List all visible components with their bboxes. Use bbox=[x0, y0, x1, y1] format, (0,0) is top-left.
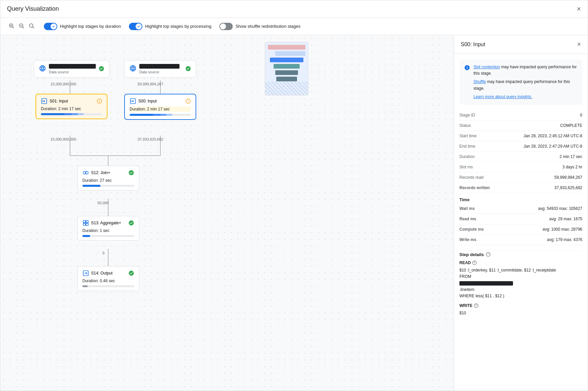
detail-row-read-ms: Read ms avg: 29 max: 1675 bbox=[459, 214, 582, 224]
read-ms-label: Read ms bbox=[459, 217, 500, 221]
detail-row-wait-ms: Wait ms avg: 54933 max: 105627 bbox=[459, 204, 582, 214]
s14-node[interactable]: S14: Output Duration: 0.46 sec bbox=[77, 266, 139, 291]
s01-warning-icon bbox=[97, 98, 102, 104]
count-label-ds-left: 15,000,000,000 bbox=[51, 82, 76, 86]
s12-node[interactable]: S12: Join+ Duration: 27 sec bbox=[77, 166, 139, 190]
detail-row-endtime: End time Jan 28, 2023, 2:47:29 AM UTC-8 bbox=[459, 141, 582, 152]
read-step-section: READ ? $10 :l_orderkey, $11 :l_commitdat… bbox=[459, 260, 582, 299]
toggle-duration-switch[interactable] bbox=[44, 23, 57, 30]
toggle-processing-switch[interactable] bbox=[129, 23, 142, 30]
s00-warning-icon bbox=[186, 98, 191, 104]
write-step-label: WRITE ? bbox=[459, 303, 582, 308]
datasource-right-label: Data source bbox=[139, 70, 179, 74]
s00-node[interactable]: S00: Input Duration: 2 min 17 sec bbox=[124, 94, 196, 120]
zoom-reset-button[interactable] bbox=[27, 21, 36, 31]
detail-row-records-written: Records written 37,933,625,682 bbox=[459, 183, 582, 193]
panel-close-button[interactable]: × bbox=[577, 41, 581, 48]
app-container: Query Visualization × Highlight top stag… bbox=[0, 0, 588, 391]
title-bar-close-button[interactable]: × bbox=[577, 5, 581, 13]
datasource-left-icon bbox=[39, 65, 46, 74]
s14-title: S14: Output bbox=[91, 271, 113, 276]
title-bar: Query Visualization × bbox=[0, 0, 588, 18]
info-line2: may have impacted query performance for … bbox=[473, 79, 570, 90]
datasource-right-check bbox=[185, 66, 191, 73]
svg-line-1 bbox=[12, 27, 14, 28]
svg-rect-40 bbox=[86, 221, 88, 223]
read-step-label: READ ? bbox=[459, 260, 582, 265]
datasource-right-node: Data source bbox=[124, 60, 196, 78]
s12-progress-bar bbox=[82, 185, 134, 187]
s13-duration: Duration: 1 sec bbox=[82, 228, 134, 233]
datasource-left-label: Data source bbox=[49, 70, 96, 74]
step-details-help-icon: ? bbox=[486, 252, 491, 257]
s12-check-icon bbox=[128, 170, 134, 176]
detail-row-status: Status COMPLETE bbox=[459, 121, 582, 131]
s13-icon bbox=[82, 220, 89, 226]
table-name-redacted bbox=[459, 281, 513, 286]
s13-progress-bar bbox=[82, 235, 134, 237]
toggle-processing-group: Highlight top stages by processing bbox=[129, 23, 211, 30]
stage-id-value: 0 bbox=[580, 113, 582, 118]
datasource-left-node: Data source bbox=[34, 60, 109, 78]
zoom-out-button[interactable] bbox=[17, 21, 26, 31]
slot-contention-link[interactable]: Slot contention bbox=[473, 65, 500, 69]
svg-text:?: ? bbox=[475, 304, 477, 307]
s01-title: S01: Input bbox=[50, 99, 68, 103]
shuffle-link[interactable]: Shuffle bbox=[473, 79, 486, 84]
s13-node[interactable]: S13: Aggregate+ Duration: 1 sec bbox=[77, 216, 139, 241]
step-details-title: Step details bbox=[459, 252, 484, 257]
duration-label: Duration bbox=[459, 154, 500, 159]
step-details-section: Step details ? READ ? $10 :l_orderkey, $… bbox=[454, 250, 588, 326]
wait-ms-value: avg: 54933 max: 105627 bbox=[538, 206, 582, 211]
count-label-s12-s13: 50,000 bbox=[97, 201, 109, 205]
s01-icon bbox=[41, 98, 48, 104]
stage-id-label: Stage ID bbox=[459, 113, 500, 118]
compute-ms-value: avg: 1000 max: 28796 bbox=[542, 227, 582, 232]
s13-check-icon bbox=[128, 220, 134, 226]
count-label-ds-right: 59,999,994,267 bbox=[138, 82, 163, 86]
s00-progress-bar bbox=[130, 114, 191, 116]
toggle-shuffle-group: Show shuffle redistribution stages bbox=[219, 23, 300, 30]
count-label-s01-s12: 15,000,000,000 bbox=[51, 137, 76, 141]
datasource-right-name-redacted bbox=[139, 64, 179, 69]
right-panel: S00: Input × Slot contention may have im… bbox=[454, 35, 588, 391]
svg-point-30 bbox=[99, 102, 99, 102]
compute-ms-label: Compute ms bbox=[459, 227, 500, 232]
count-label-s00-s12: 37,933,625,682 bbox=[138, 137, 163, 141]
svg-line-5 bbox=[22, 27, 24, 28]
learn-more-link[interactable]: Learn more about query insights. bbox=[473, 94, 532, 99]
s12-title: S12: Join+ bbox=[91, 170, 110, 175]
detail-row-slotms: Slot ms 3 days 2 hr bbox=[459, 162, 582, 172]
s14-progress-bar bbox=[82, 285, 134, 287]
canvas-area[interactable]: 15,000,000,000 59,999,994,267 15,000,000… bbox=[0, 35, 454, 391]
toggle-shuffle-switch[interactable] bbox=[219, 23, 233, 30]
toggle-processing-label: Highlight top stages by processing bbox=[145, 24, 211, 29]
start-time-label: Start time bbox=[459, 134, 500, 138]
detail-row-duration: Duration 2 min 17 sec bbox=[459, 152, 582, 162]
panel-title: S00: Input bbox=[461, 42, 485, 48]
s00-title: S00: Input bbox=[138, 99, 157, 103]
datasource-left-name-redacted bbox=[49, 64, 96, 69]
records-written-value: 37,933,625,682 bbox=[555, 185, 582, 190]
connector-lines bbox=[0, 35, 302, 336]
canvas-inner: 15,000,000,000 59,999,994,267 15,000,000… bbox=[0, 35, 315, 336]
duration-value: 2 min 17 sec bbox=[560, 154, 582, 159]
detail-row-records-read: Records read 59,999,994,267 bbox=[459, 172, 582, 183]
s00-duration: Duration: 2 min 17 sec bbox=[130, 106, 191, 112]
read-step-value: $10 :l_orderkey, $11 :l_commitdate, $12 … bbox=[459, 267, 582, 299]
svg-text:?: ? bbox=[488, 253, 489, 256]
write-ms-value: avg: 179 max: 4376 bbox=[547, 237, 582, 242]
toolbar: Highlight top stages by duration Highlig… bbox=[0, 18, 588, 35]
main-content: 15,000,000,000 59,999,994,267 15,000,000… bbox=[0, 35, 588, 391]
details-section: Stage ID 0 Status COMPLETE Start time Ja… bbox=[454, 110, 588, 250]
svg-point-22 bbox=[130, 65, 136, 71]
write-step-section: WRITE ? $10 bbox=[459, 303, 582, 316]
info-content: Slot contention may have impacted query … bbox=[473, 64, 578, 100]
zoom-in-button[interactable] bbox=[7, 21, 16, 31]
s01-duration: Duration: 2 min 17 sec bbox=[41, 106, 102, 111]
s00-icon bbox=[130, 98, 136, 104]
read-ms-value: avg: 29 max: 1675 bbox=[549, 217, 582, 221]
s01-node[interactable]: S01: Input Duration: 2 min 17 sec bbox=[35, 94, 107, 119]
svg-rect-42 bbox=[86, 223, 88, 226]
slot-ms-label: Slot ms bbox=[459, 165, 500, 169]
